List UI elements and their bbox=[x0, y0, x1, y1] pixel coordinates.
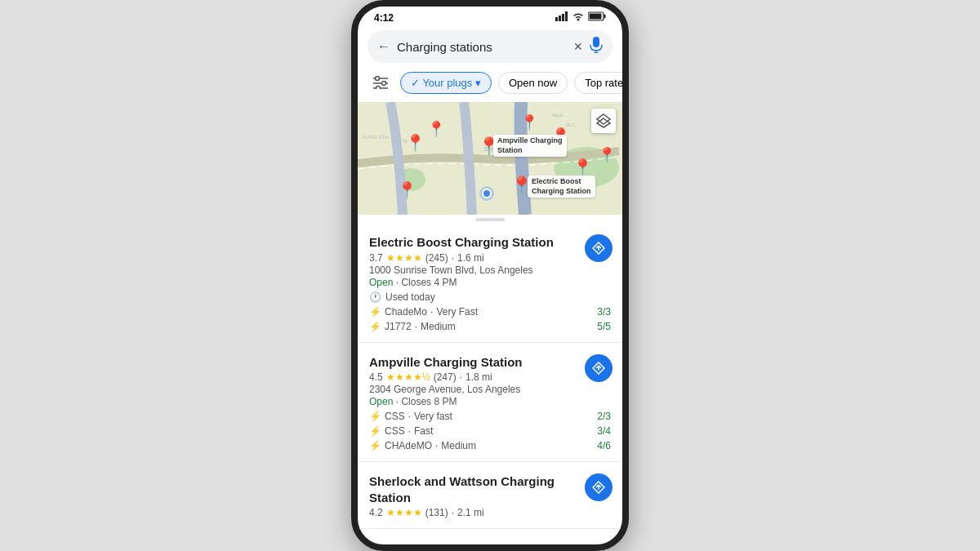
svg-rect-1 bbox=[559, 16, 561, 21]
search-input[interactable]: Charging stations bbox=[397, 40, 567, 54]
filter-chip-open-now[interactable]: Open now bbox=[498, 72, 568, 94]
svg-rect-8 bbox=[593, 37, 599, 47]
user-location-dot bbox=[482, 189, 492, 198]
charger-type-2-2: CSS bbox=[385, 425, 405, 437]
svg-point-4 bbox=[577, 19, 580, 21]
voice-icon[interactable] bbox=[590, 37, 603, 56]
wifi-icon bbox=[572, 11, 585, 24]
bolt-icon-1: ⚡ bbox=[369, 306, 381, 318]
result-card-sherlock: Sherlock and Wattson Charging Station 4.… bbox=[358, 462, 622, 529]
time: 4:12 bbox=[374, 12, 394, 24]
distance-1: 1.6 mi bbox=[457, 252, 484, 264]
used-today-label: Used today bbox=[385, 291, 435, 303]
directions-btn-1[interactable] bbox=[585, 234, 612, 262]
station-name-3: Sherlock and Wattson Charging Station bbox=[369, 473, 611, 505]
stars-3: ★★★★ bbox=[386, 507, 422, 518]
map-pin-1[interactable]: 📍 bbox=[405, 133, 425, 153]
dot-sep: · bbox=[430, 306, 433, 318]
result-card-electric-boost: Electric Boost Charging Station 3.7 ★★★★… bbox=[358, 223, 622, 343]
charger-type-1-2: J1772 bbox=[385, 321, 412, 332]
map-background: Deming Rd 6th St TLAKE RTH W.C. Alpin...… bbox=[358, 102, 622, 215]
charger-info-2-2: ⚡ CSS · Fast bbox=[369, 425, 433, 437]
map-pin-7[interactable]: 📍 bbox=[397, 180, 417, 200]
result-card-ampville: Ampville Charging Station 4.5 ★★★★½ (247… bbox=[358, 343, 622, 463]
charger-speed-1-2: Medium bbox=[421, 321, 456, 332]
back-icon[interactable]: ← bbox=[377, 39, 390, 54]
svg-point-12 bbox=[376, 77, 380, 81]
electric-boost-label: Electric BoostCharging Station bbox=[528, 176, 595, 198]
distance-2: 1.8 mi bbox=[466, 371, 492, 383]
ampville-label: Ampville ChargingStation bbox=[493, 135, 567, 157]
charger-info-2-1: ⚡ CSS · Very fast bbox=[369, 411, 452, 422]
svg-point-14 bbox=[382, 82, 386, 86]
dot-sep: · bbox=[408, 411, 411, 422]
charger-type-2-3: CHAdeMO bbox=[385, 440, 432, 451]
status-icons bbox=[555, 11, 606, 24]
charger-speed-2-3: Medium bbox=[441, 440, 476, 451]
charger-speed-1-1: Very Fast bbox=[436, 306, 478, 318]
svg-rect-6 bbox=[604, 15, 606, 19]
map-pin-6[interactable]: 📍 bbox=[598, 146, 616, 164]
directions-btn-3[interactable] bbox=[585, 473, 612, 501]
map-pin-5[interactable]: 📍 bbox=[572, 158, 593, 177]
filter-settings-btn[interactable] bbox=[368, 69, 394, 96]
open-status-1: Open · Closes 4 PM bbox=[369, 277, 611, 288]
charger-row-2-1: ⚡ CSS · Very fast 2/3 bbox=[369, 411, 611, 422]
open-status-2: Open · Closes 8 PM bbox=[369, 396, 611, 407]
charger-avail-2-2: 3/4 bbox=[597, 425, 611, 437]
charger-type-2-1: CSS bbox=[385, 411, 405, 422]
dot-sep: · bbox=[408, 425, 411, 437]
dot-sep: · bbox=[415, 321, 417, 332]
filter-chip-label: ✓ Your plugs ▾ bbox=[411, 77, 481, 89]
charger-info-1-2: ⚡ J1772 · Medium bbox=[369, 321, 456, 332]
filter-chip-top-rated[interactable]: Top rated bbox=[574, 72, 622, 94]
used-today-row: 🕐 Used today bbox=[369, 291, 611, 303]
dot-sep-1: · bbox=[452, 252, 454, 264]
bolt-icon-2: ⚡ bbox=[369, 321, 381, 332]
charger-avail-2-1: 2/3 bbox=[597, 411, 611, 422]
stars-2: ★★★★½ bbox=[386, 371, 430, 383]
rating-value-1: 3.7 bbox=[369, 252, 383, 264]
svg-rect-0 bbox=[555, 17, 558, 21]
rating-value-2: 4.5 bbox=[369, 371, 383, 383]
reviews-1: (245) bbox=[425, 252, 448, 264]
rating-row-3: 4.2 ★★★★ (131) · 2.1 mi bbox=[369, 507, 611, 518]
charger-row-1-2: ⚡ J1772 · Medium 5/5 bbox=[369, 321, 611, 332]
bolt-icon-4: ⚡ bbox=[369, 425, 381, 437]
svg-rect-2 bbox=[562, 14, 564, 21]
station-name-2: Ampville Charging Station bbox=[369, 354, 611, 371]
svg-marker-26 bbox=[597, 118, 610, 127]
charger-speed-2-1: Very fast bbox=[414, 411, 452, 422]
svg-point-16 bbox=[376, 87, 381, 90]
svg-marker-25 bbox=[597, 114, 610, 124]
charger-speed-2-2: Fast bbox=[414, 425, 433, 437]
signal-icon bbox=[555, 11, 568, 24]
rating-value-3: 4.2 bbox=[369, 507, 383, 518]
filter-row: ✓ Your plugs ▾ Open now Top rated bbox=[358, 69, 622, 102]
status-bar: 4:12 bbox=[358, 7, 622, 27]
svg-rect-3 bbox=[565, 11, 568, 21]
dot-sep: · bbox=[435, 440, 438, 451]
directions-btn-2[interactable] bbox=[585, 354, 612, 382]
phone-frame: 4:12 ← Charging stations ✕ ✓ Your plugs … bbox=[351, 0, 629, 551]
distance-3: 2.1 mi bbox=[457, 507, 484, 518]
map-pin-3[interactable]: 📍 bbox=[520, 113, 538, 131]
rating-row-1: 3.7 ★★★★ (245) · 1.6 mi bbox=[369, 252, 611, 264]
charger-type-1-1: ChadeMo bbox=[385, 306, 427, 318]
dot-sep-3: · bbox=[452, 507, 454, 518]
search-bar[interactable]: ← Charging stations ✕ bbox=[368, 30, 612, 63]
address-1: 1000 Sunrise Town Blvd, Los Angeles bbox=[369, 264, 611, 276]
reviews-3: (131) bbox=[425, 507, 448, 518]
dot-sep-2: · bbox=[460, 371, 462, 383]
map-area[interactable]: Deming Rd 6th St TLAKE RTH W.C. Alpin...… bbox=[358, 102, 622, 215]
clear-icon[interactable]: ✕ bbox=[573, 40, 583, 53]
charger-avail-2-3: 4/6 bbox=[597, 440, 611, 451]
rating-row-2: 4.5 ★★★★½ (247) · 1.8 mi bbox=[369, 371, 611, 383]
charger-avail-1-1: 3/3 bbox=[597, 306, 611, 318]
address-2: 2304 George Avenue, Los Angeles bbox=[369, 384, 611, 395]
filter-chip-your-plugs[interactable]: ✓ Your plugs ▾ bbox=[400, 72, 492, 94]
stars-1: ★★★★ bbox=[386, 252, 422, 264]
map-pin-2[interactable]: 📍 bbox=[427, 120, 445, 138]
svg-rect-7 bbox=[590, 14, 602, 20]
layers-button[interactable] bbox=[591, 109, 616, 133]
